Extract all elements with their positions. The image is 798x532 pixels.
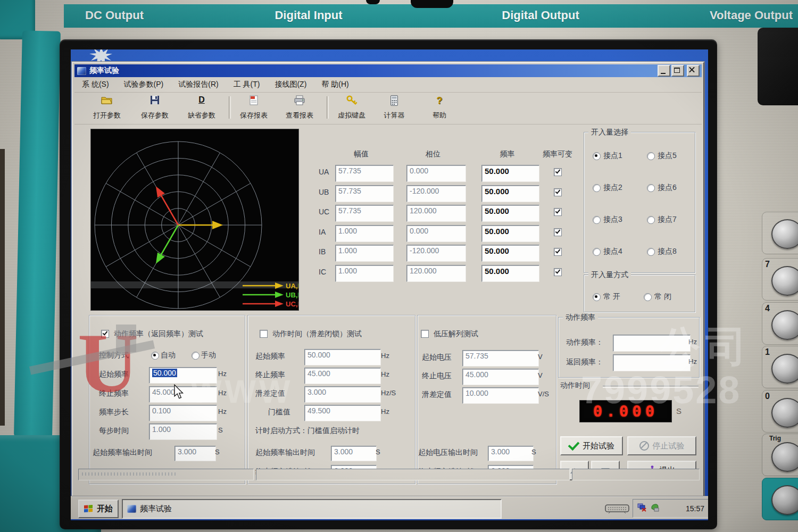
uc-freq-variable-checkbox[interactable] [554,208,562,216]
input-select-title: 开入量选择 [588,128,631,137]
action-freq-field[interactable] [613,335,691,352]
calculator-button[interactable]: 计算器 [371,94,417,122]
menu-test-params[interactable]: 试验参数(P) [117,78,171,91]
uc-frequency-field[interactable]: 50.000 [481,205,539,222]
contact8-radio[interactable] [647,248,655,256]
legend-uc: UC,IC [286,300,298,308]
maximize-button[interactable] [671,65,684,77]
return-freq-unit: Hz [688,358,697,365]
start-freq-output-time-field[interactable]: 3.000 [174,446,216,461]
ib-freq-variable-checkbox[interactable] [554,248,562,256]
open-params-button[interactable]: 打开参数 [84,94,130,122]
action-time-unit: S [676,406,681,415]
contact1-radio[interactable] [593,152,601,160]
menu-help[interactable]: 帮 助(H) [314,78,356,91]
normally-open-radio[interactable] [593,293,601,301]
t-end-freq-field[interactable]: 45.000 [304,368,381,384]
default-params-button[interactable]: D 缺省参数 [179,94,225,122]
save-report-button[interactable]: 保存报表 [231,94,277,122]
slip-setting-field[interactable]: 3.000 [304,386,381,403]
step-time-field[interactable]: 1.000 [149,423,217,440]
taskbar-task-frequency-test[interactable]: 频率试验 [122,499,502,519]
virtual-keyboard-button[interactable]: 虚拟键盘 [329,94,375,122]
uc-phase-field[interactable]: 120.000 [406,205,466,222]
contact7-radio[interactable] [647,216,655,224]
contact3-radio[interactable] [593,216,601,224]
close-button[interactable] [687,65,700,77]
freq-test-checkbox[interactable] [101,330,109,338]
contact6-radio[interactable] [647,184,655,192]
menu-tools[interactable]: 工 具(T) [226,78,268,91]
ua-amplitude-field[interactable]: 57.735 [335,165,394,182]
start-voltage-field[interactable]: 57.735 [462,350,539,367]
time-test-checkbox[interactable] [260,330,268,338]
slip-setting-unit: Hz/S [381,389,396,397]
v-slip-setting-field[interactable]: 10.000 [462,387,539,404]
auto-radio[interactable] [151,352,159,360]
menu-system[interactable]: 系 统(S) [74,78,117,91]
menu-wiring-diagram[interactable]: 接线图(Z) [267,78,314,91]
ic-frequency-field[interactable]: 50.000 [481,265,539,282]
threshold-field[interactable]: 49.500 [304,405,381,421]
start-test-button[interactable]: 开始试验 [560,436,623,455]
ub-amplitude-field[interactable]: 57.735 [335,185,394,202]
ub-phase-field[interactable]: -120.000 [406,185,466,202]
ub-frequency-field[interactable]: 50.000 [481,185,539,202]
save-params-button[interactable]: 保存参数 [132,94,178,122]
v-output-time-field[interactable]: 3.000 [488,446,534,461]
freq-step-field[interactable]: 0.100 [149,405,217,421]
start-button[interactable]: 开始 [78,500,119,518]
stop-test-button[interactable]: 停止试验 [627,436,696,455]
minimize-button[interactable] [658,65,670,77]
view-report-button[interactable]: 查看报表 [277,94,322,122]
contact7-label: 接点7 [658,215,677,225]
t-output-time-field[interactable]: 3.000 [331,446,377,461]
freq-test-panel: 动作频率（返回频率）测试 控制方式 自动 手动 起始频率 50.000 Hz 终… [89,315,245,484]
step-time-unit: S [218,426,223,434]
menu-bar: 系 统(S) 试验参数(P) 试验报告(R) 工 具(T) 接线图(Z) 帮 助… [74,77,702,93]
input-select-group: 开入量选择 接点1 接点5 接点2 接点6 接点3 接点7 接点4 [584,132,695,273]
return-freq-field[interactable] [613,354,691,371]
ia-frequency-field[interactable]: 50.000 [481,225,539,242]
contact1-label: 接点1 [603,151,622,161]
start-freq-field[interactable]: 50.000 [149,367,217,384]
printer-icon [277,95,322,107]
menu-test-report[interactable]: 试验报告(R) [171,78,226,91]
contact2-radio[interactable] [593,184,601,192]
ib-phase-field[interactable]: -120.000 [406,245,466,262]
phasor-vector-ua [178,221,223,229]
keypad-label-1: 1 [765,347,770,357]
return-freq-label: 返回频率： [566,358,603,367]
ic-amplitude-field[interactable]: 1.000 [335,265,394,282]
default-d-icon: D [198,95,205,107]
t-start-freq-field[interactable]: 50.000 [304,349,381,365]
taskbar: 开始 频率试验 15:57 [71,496,708,519]
start-freq-label: 起始频率 [99,370,129,379]
device-tray-icon[interactable] [650,503,659,514]
ua-freq-variable-checkbox[interactable] [554,168,562,176]
voltage-test-checkbox[interactable] [421,330,429,338]
ia-phase-field[interactable]: 0.000 [406,225,466,242]
ic-phase-field[interactable]: 120.000 [406,265,466,282]
ib-frequency-field[interactable]: 50.000 [481,245,539,262]
manual-radio[interactable] [192,352,200,360]
ub-freq-variable-checkbox[interactable] [554,188,562,196]
column-header-freq-variable: 频率可变 [536,149,579,159]
normally-closed-radio[interactable] [644,293,652,301]
ia-amplitude-field[interactable]: 1.000 [335,225,394,242]
keyboard-tray-icon[interactable] [605,503,629,516]
contact4-radio[interactable] [593,248,601,256]
network-error-icon[interactable] [637,503,647,514]
ic-freq-variable-checkbox[interactable] [554,268,562,276]
ia-freq-variable-checkbox[interactable] [554,228,562,236]
ib-amplitude-field[interactable]: 1.000 [335,245,394,262]
end-voltage-field[interactable]: 45.000 [462,369,539,385]
help-button[interactable]: ? 帮助 [417,94,462,122]
contact8-label: 接点8 [658,247,677,256]
ua-frequency-field[interactable]: 50.000 [481,165,539,182]
end-freq-field[interactable]: 45.000 [149,386,217,403]
uc-amplitude-field[interactable]: 57.735 [335,205,394,222]
ua-phase-field[interactable]: 0.000 [406,165,466,182]
panel-label-dc-output: DC Output [85,9,144,22]
contact5-radio[interactable] [647,152,655,160]
